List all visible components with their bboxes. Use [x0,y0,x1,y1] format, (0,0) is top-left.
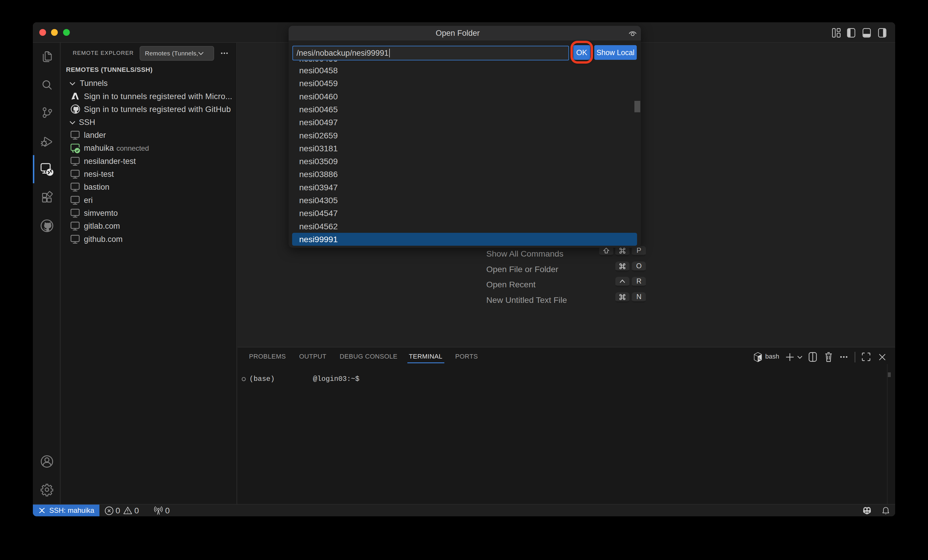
svg-text:$: $ [758,357,760,361]
